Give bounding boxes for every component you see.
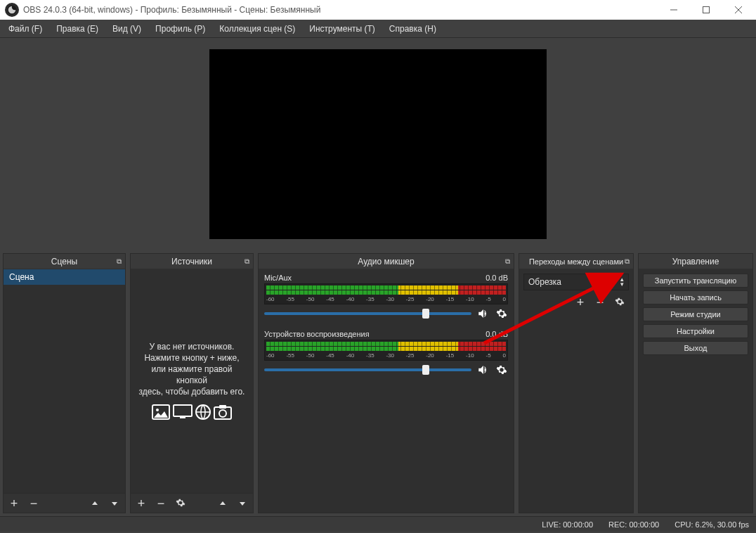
menu-file[interactable]: Файл (F): [1, 21, 49, 37]
tick-label: -30: [386, 296, 394, 302]
sources-empty-line1: У вас нет источников.: [150, 341, 235, 352]
display-source-icon: [173, 404, 193, 422]
mixer-body: Mic/Aux0.0 dB -60-55-50-45-40-35-30-25-2…: [259, 269, 514, 513]
speaker-icon[interactable]: [477, 364, 490, 376]
gear-icon[interactable]: [495, 364, 508, 376]
preview-area: [0, 38, 756, 250]
speaker-icon[interactable]: [477, 307, 490, 320]
mixer-channel-mic: Mic/Aux0.0 dB -60-55-50-45-40-35-30-25-2…: [264, 274, 508, 320]
statusbar: LIVE: 00:00:00 REC: 00:00:00 CPU: 6.2%, …: [0, 516, 756, 532]
tick-label: -10: [466, 296, 474, 302]
controls-panel: Управление Запустить трансляцию Начать з…: [638, 253, 753, 513]
source-properties-button[interactable]: [174, 497, 187, 510]
sources-popout-icon[interactable]: ⧉: [245, 257, 249, 266]
window-titlebar: OBS 24.0.3 (64-bit, windows) - Профиль: …: [0, 0, 756, 20]
camera-source-icon: [214, 404, 232, 422]
tick-label: -60: [266, 352, 275, 359]
preview-canvas[interactable]: [209, 49, 547, 239]
transition-remove-button[interactable]: −: [594, 296, 606, 309]
sources-title-label: Источники: [171, 257, 212, 266]
transitions-title-label: Переходы между сценами: [529, 257, 623, 266]
status-cpu: CPU: 6.2%, 30.00 fps: [674, 520, 749, 529]
svg-rect-4: [174, 405, 192, 416]
mixer-popout-icon[interactable]: ⧉: [505, 257, 510, 266]
scenes-list[interactable]: Сцена: [4, 269, 125, 493]
mixer-ch1-meter: -60-55-50-45-40-35-30-25-20-15-10-50: [264, 340, 508, 361]
tick-label: -50: [306, 296, 315, 302]
sources-header: Источники ⧉: [131, 254, 253, 269]
tick-label: 0: [502, 296, 505, 302]
mixer-ch0-volume-slider[interactable]: [264, 312, 471, 315]
menu-profile[interactable]: Профиль (P): [148, 21, 212, 37]
menu-scene-collection[interactable]: Коллекция сцен (S): [212, 21, 302, 37]
tick-label: 0: [502, 352, 505, 359]
gear-icon[interactable]: [495, 307, 508, 320]
exit-button[interactable]: Выход: [643, 341, 748, 355]
transitions-body: Обрезка ▴▾ + −: [519, 269, 633, 513]
obs-logo-icon: [5, 3, 19, 17]
source-move-down-button[interactable]: [236, 497, 249, 510]
menu-edit[interactable]: Правка (E): [49, 21, 105, 37]
scene-move-down-button[interactable]: [108, 497, 121, 510]
settings-button[interactable]: Настройки: [643, 324, 748, 338]
scene-add-button[interactable]: +: [8, 497, 20, 510]
tick-label: -40: [346, 296, 355, 302]
transition-select[interactable]: Обрезка ▴▾: [523, 274, 629, 290]
tick-label: -25: [406, 296, 415, 302]
sources-toolbar: + −: [131, 493, 253, 513]
tick-label: -15: [446, 296, 455, 302]
transitions-popout-icon[interactable]: ⧉: [625, 257, 630, 266]
controls-title-label: Управление: [672, 257, 719, 266]
image-source-icon: [152, 404, 170, 422]
scenes-panel: Сцены ⧉ Сцена + −: [3, 253, 126, 513]
studio-mode-button[interactable]: Режим студии: [643, 307, 748, 321]
source-add-button[interactable]: +: [135, 497, 148, 510]
menu-tools[interactable]: Инструменты (T): [302, 21, 382, 37]
tick-label: -40: [346, 352, 355, 359]
tick-label: -15: [446, 352, 455, 359]
scene-remove-button[interactable]: −: [27, 497, 40, 510]
dock-row: Сцены ⧉ Сцена + − Источники ⧉ У вас нет …: [0, 250, 756, 516]
scenes-popout-icon[interactable]: ⧉: [117, 257, 122, 266]
start-recording-button[interactable]: Начать запись: [643, 290, 748, 304]
svg-point-3: [156, 409, 159, 411]
start-streaming-button[interactable]: Запустить трансляцию: [643, 274, 748, 288]
tick-label: -45: [326, 352, 334, 359]
mixer-ch1-name: Устройство воспроизведения: [264, 330, 370, 338]
browser-source-icon: [195, 404, 211, 422]
mixer-ch0-meter: -60-55-50-45-40-35-30-25-20-15-10-50: [264, 283, 508, 304]
menu-view[interactable]: Вид (V): [105, 21, 148, 37]
tick-label: -30: [386, 352, 394, 359]
scene-item[interactable]: Сцена: [4, 269, 125, 285]
tick-label: -55: [286, 296, 294, 302]
transition-add-button[interactable]: +: [574, 296, 587, 309]
mixer-ch0-name: Mic/Aux: [264, 274, 292, 282]
maximize-button[interactable]: [690, 0, 722, 20]
menubar: Файл (F) Правка (E) Вид (V) Профиль (P) …: [0, 20, 756, 38]
window-title: OBS 24.0.3 (64-bit, windows) - Профиль: …: [23, 5, 658, 15]
mixer-ch1-level: 0.0 dB: [485, 330, 508, 338]
sources-empty-line2: Нажмите кнопку + ниже,: [144, 352, 239, 364]
mixer-channel-desktop: Устройство воспроизведения0.0 dB -60-55-…: [264, 330, 508, 376]
mixer-ch0-level: 0.0 dB: [485, 274, 508, 282]
svg-rect-7: [219, 405, 226, 409]
minimize-button[interactable]: [658, 0, 690, 20]
sources-panel: Источники ⧉ У вас нет источников. Нажмит…: [130, 253, 254, 513]
sources-empty-line3: или нажмите правой кнопкой: [136, 364, 247, 386]
source-move-up-button[interactable]: [216, 497, 229, 510]
mixer-title-label: Аудио микшер: [358, 257, 414, 266]
menu-help[interactable]: Справка (H): [382, 21, 443, 37]
transition-properties-button[interactable]: [613, 296, 626, 309]
tick-label: -55: [286, 352, 294, 359]
source-remove-button[interactable]: −: [155, 497, 167, 510]
svg-rect-1: [703, 7, 710, 13]
tick-label: -10: [466, 352, 474, 359]
transitions-header: Переходы между сценами ⧉: [519, 254, 633, 269]
sources-empty-line4: здесь, чтобы добавить его.: [139, 386, 245, 397]
close-button[interactable]: [722, 0, 755, 20]
mixer-ch1-volume-slider[interactable]: [264, 368, 471, 371]
scene-move-up-button[interactable]: [89, 497, 101, 510]
mixer-header: Аудио микшер ⧉: [259, 254, 514, 269]
sources-list[interactable]: У вас нет источников. Нажмите кнопку + н…: [131, 269, 253, 493]
transitions-panel: Переходы между сценами ⧉ Обрезка ▴▾ + −: [519, 253, 634, 513]
